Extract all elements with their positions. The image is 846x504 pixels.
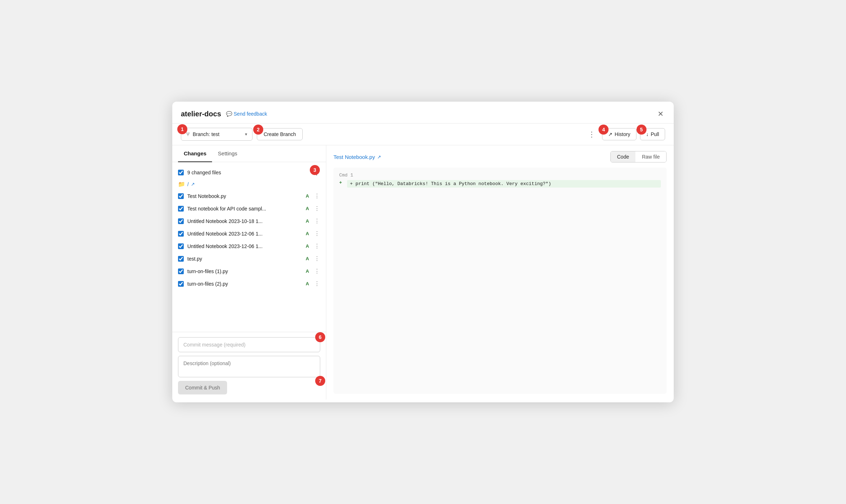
file-name-6: turn-on-files (1).py (187, 268, 302, 274)
list-item[interactable]: turn-on-files (1).py A ⋮ (172, 265, 326, 277)
app-title: atelier-docs (181, 110, 221, 118)
close-button[interactable]: ✕ (656, 108, 665, 120)
diff-file-header: Test Notebook.py ↗ Code Raw file (333, 151, 667, 163)
code-view-button[interactable]: Code (611, 151, 635, 162)
pull-btn-wrapper: 5 ↓ Pull (640, 128, 665, 140)
file-badge-4: A (306, 243, 309, 249)
list-item[interactable]: Untitled Notebook 2023-12-06 1... A ⋮ (172, 227, 326, 240)
select-all-checkbox[interactable] (178, 170, 184, 175)
file-more-1[interactable]: ⋮ (314, 205, 320, 212)
file-checkbox-3[interactable] (178, 231, 184, 237)
history-label: History (615, 131, 630, 137)
file-name-3: Untitled Notebook 2023-12-06 1... (187, 231, 302, 237)
list-item[interactable]: test.py A ⋮ (172, 252, 326, 265)
cmd-label: Cmd 1 (339, 173, 661, 178)
description-input[interactable] (178, 356, 320, 377)
file-checkbox-6[interactable] (178, 268, 184, 274)
files-count-label: 9 changed files (187, 170, 221, 175)
file-more-0[interactable]: ⋮ (314, 193, 320, 199)
main-content: Changes Settings 9 changed files 3 ⋮ (172, 145, 674, 399)
diff-code-area: Cmd 1 + + print ("Hello, Databricks! Thi… (333, 168, 667, 394)
file-badge-5: A (306, 256, 309, 261)
branch-select-wrapper: 1 ⑂ Branch: test ▾ (181, 128, 253, 141)
commit-btn-wrapper: 7 Commit & Push (178, 381, 320, 394)
file-view-toggle: Code Raw file (610, 151, 667, 163)
file-badge-2: A (306, 218, 309, 224)
file-more-2[interactable]: ⋮ (314, 218, 320, 224)
commit-section: 6 7 Commit & Push (172, 332, 326, 399)
title-bar: atelier-docs Send feedback ✕ (172, 102, 674, 123)
title-bar-left: atelier-docs Send feedback (181, 110, 267, 118)
commit-push-button[interactable]: Commit & Push (178, 381, 227, 394)
list-item[interactable]: Test notebook for API code sampl... A ⋮ (172, 202, 326, 215)
folder-path: / (187, 181, 189, 187)
raw-file-view-button[interactable]: Raw file (635, 151, 666, 162)
external-link-icon: ↗ (377, 154, 381, 160)
more-options-button[interactable]: ⋮ (585, 129, 599, 140)
file-badge-0: A (306, 193, 309, 199)
tab-changes[interactable]: Changes (178, 145, 212, 162)
commit-message-wrapper: 6 (178, 337, 320, 352)
file-checkbox-5[interactable] (178, 256, 184, 262)
files-section: 9 changed files 3 ⋮ 📁 / ↗ Test Notebook.… (172, 162, 326, 332)
file-more-3[interactable]: ⋮ (314, 230, 320, 237)
send-feedback-link[interactable]: Send feedback (226, 111, 267, 117)
toolbar: 1 ⑂ Branch: test ▾ 2 Create Branch ⋮ 4 ↗… (172, 123, 674, 145)
diff-file-title: Test Notebook.py ↗ (333, 154, 381, 160)
diff-code-text: + print ("Hello, Databricks! This is a P… (347, 180, 661, 188)
file-badge-1: A (306, 206, 309, 211)
badge-7: 7 (315, 376, 325, 386)
branch-select[interactable]: ⑂ Branch: test ▾ (181, 128, 253, 141)
tabs: Changes Settings (172, 145, 326, 162)
files-header: 9 changed files 3 ⋮ (172, 166, 326, 179)
branch-label: Branch: test (193, 131, 220, 137)
file-checkbox-4[interactable] (178, 243, 184, 249)
list-item[interactable]: Untitled Notebook 2023-12-06 1... A ⋮ (172, 240, 326, 252)
branch-icon: ⑂ (186, 131, 190, 137)
pull-icon: ↓ (646, 131, 649, 137)
file-more-4[interactable]: ⋮ (314, 243, 320, 249)
file-badge-3: A (306, 231, 309, 236)
create-branch-wrapper: 2 Create Branch (257, 128, 303, 140)
file-badge-7: A (306, 281, 309, 286)
folder-icon: 📁 (178, 181, 185, 188)
file-name-5: test.py (187, 256, 302, 262)
files-header-dots-wrapper: 3 ⋮ (313, 169, 320, 176)
file-name-7: turn-on-files (2).py (187, 281, 302, 287)
file-checkbox-2[interactable] (178, 218, 184, 224)
toolbar-right: ⋮ 4 ↗ History 5 ↓ Pull (585, 128, 665, 140)
file-name-1: Test notebook for API code sampl... (187, 206, 302, 212)
folder-row[interactable]: 📁 / ↗ (172, 179, 326, 190)
diff-code-line: + + print ("Hello, Databricks! This is a… (339, 180, 661, 188)
file-checkbox-1[interactable] (178, 206, 184, 212)
right-panel: Test Notebook.py ↗ Code Raw file Cmd 1 +… (326, 145, 674, 399)
file-checkbox-0[interactable] (178, 193, 184, 199)
external-link-icon: ↗ (191, 181, 195, 187)
file-more-5[interactable]: ⋮ (314, 255, 320, 262)
file-badge-6: A (306, 268, 309, 274)
diff-plus-icon: + (339, 180, 344, 185)
app-window: atelier-docs Send feedback ✕ 1 ⑂ Branch:… (172, 102, 674, 402)
file-checkbox-7[interactable] (178, 281, 184, 287)
list-item[interactable]: turn-on-files (2).py A ⋮ (172, 277, 326, 290)
create-branch-button[interactable]: Create Branch (257, 128, 303, 140)
history-button[interactable]: ↗ History (602, 128, 636, 140)
commit-message-input[interactable] (178, 337, 320, 352)
history-icon: ↗ (608, 131, 612, 137)
list-item[interactable]: Untitled Notebook 2023-10-18 1... A ⋮ (172, 215, 326, 227)
files-header-more-button[interactable]: ⋮ (313, 169, 320, 176)
file-name-4: Untitled Notebook 2023-12-06 1... (187, 243, 302, 249)
file-name-2: Untitled Notebook 2023-10-18 1... (187, 218, 302, 224)
list-item[interactable]: Test Notebook.py A ⋮ (172, 190, 326, 202)
tab-settings[interactable]: Settings (212, 145, 243, 162)
pull-label: Pull (651, 131, 659, 137)
file-name-0: Test Notebook.py (187, 193, 302, 199)
history-btn-wrapper: 4 ↗ History (602, 128, 636, 140)
file-more-7[interactable]: ⋮ (314, 280, 320, 287)
chevron-down-icon: ▾ (245, 132, 247, 137)
pull-button[interactable]: ↓ Pull (640, 128, 665, 140)
file-more-6[interactable]: ⋮ (314, 268, 320, 275)
left-panel: Changes Settings 9 changed files 3 ⋮ (172, 145, 326, 399)
